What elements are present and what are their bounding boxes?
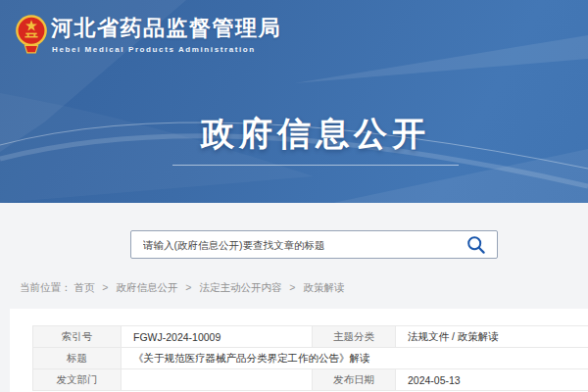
- table-row: 标题 《关于规范医疗器械产品分类界定工作的公告》解读: [33, 348, 588, 369]
- document-meta-table: 索引号 FGWJ-2024-10009 主题分类 法规文件 / 政策解读 标题 …: [32, 325, 588, 391]
- issuing-department-value: [122, 369, 313, 391]
- page: 河北省药品监督管理局 Hebei Medical Products Admini…: [0, 0, 588, 392]
- breadcrumb-separator: >: [289, 281, 295, 293]
- search-box: [130, 230, 498, 259]
- site-logo-link[interactable]: 河北省药品监督管理局 Hebei Medical Products Admini…: [0, 0, 294, 69]
- search-icon[interactable]: [466, 235, 486, 255]
- breadcrumb-item-info-disclosure[interactable]: 政府信息公开: [116, 281, 177, 293]
- publish-date-value: 2024-05-13: [396, 369, 588, 391]
- china-national-emblem-icon: [15, 13, 48, 56]
- index-number-value: FGWJ-2024-10009: [122, 326, 313, 348]
- breadcrumb-label: 当前位置：: [20, 281, 72, 293]
- subject-category-label: 主题分类: [313, 326, 396, 348]
- org-name-zh: 河北省药品监督管理局: [51, 14, 281, 43]
- breadcrumb-item-home[interactable]: 首页: [74, 281, 94, 293]
- org-name-en: Hebei Medical Products Administration: [52, 45, 256, 54]
- content-area: 当前位置： 首页 > 政府信息公开 > 法定主动公开内容 > 政策解读 索引号 …: [0, 203, 588, 392]
- issuing-department-label: 发文部门: [33, 369, 122, 391]
- breadcrumb-separator: >: [102, 281, 108, 293]
- title-value: 《关于规范医疗器械产品分类界定工作的公告》解读: [122, 348, 588, 369]
- breadcrumb-item-policy-interpretation: 政策解读: [303, 281, 344, 293]
- title-label: 标题: [33, 348, 122, 369]
- search-input[interactable]: [131, 231, 497, 258]
- table-row: 发文部门 发布日期 2024-05-13: [33, 369, 588, 391]
- breadcrumb: 当前位置： 首页 > 政府信息公开 > 法定主动公开内容 > 政策解读: [20, 281, 344, 295]
- document-card: 索引号 FGWJ-2024-10009 主题分类 法规文件 / 政策解读 标题 …: [10, 309, 588, 392]
- title-underline: [172, 165, 459, 166]
- index-number-label: 索引号: [33, 326, 122, 348]
- page-title: 政府信息公开: [22, 112, 588, 157]
- publish-date-label: 发布日期: [313, 369, 396, 391]
- breadcrumb-separator: >: [185, 281, 191, 293]
- breadcrumb-item-statutory-content[interactable]: 法定主动公开内容: [199, 281, 281, 293]
- top-banner: 河北省药品监督管理局 Hebei Medical Products Admini…: [0, 0, 588, 203]
- table-row: 索引号 FGWJ-2024-10009 主题分类 法规文件 / 政策解读: [33, 326, 588, 348]
- subject-category-value: 法规文件 / 政策解读: [396, 326, 588, 348]
